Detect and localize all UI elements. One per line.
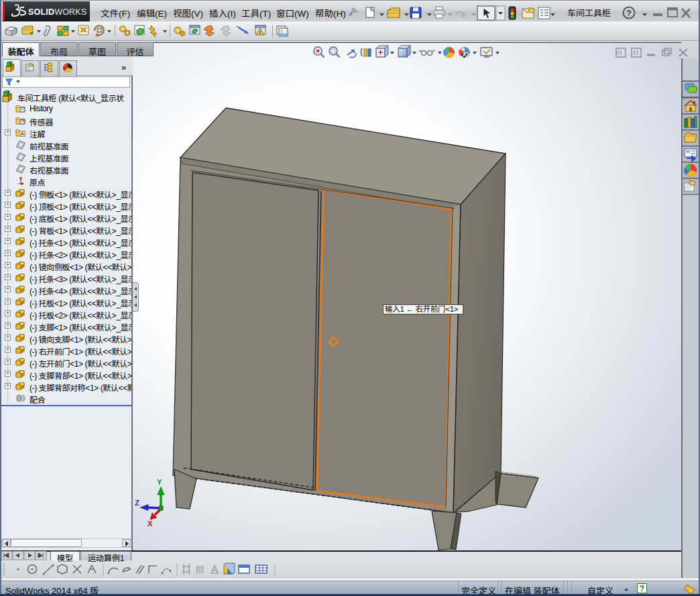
svg-text:Y: Y	[157, 478, 162, 486]
svg-text:Z: Z	[135, 499, 139, 507]
svg-text:SOLIDWORKS: SOLIDWORKS	[28, 7, 86, 17]
svg-text:X: X	[148, 520, 153, 528]
svg-text:?: ?	[626, 8, 632, 18]
svg-text:!: !	[259, 29, 261, 36]
